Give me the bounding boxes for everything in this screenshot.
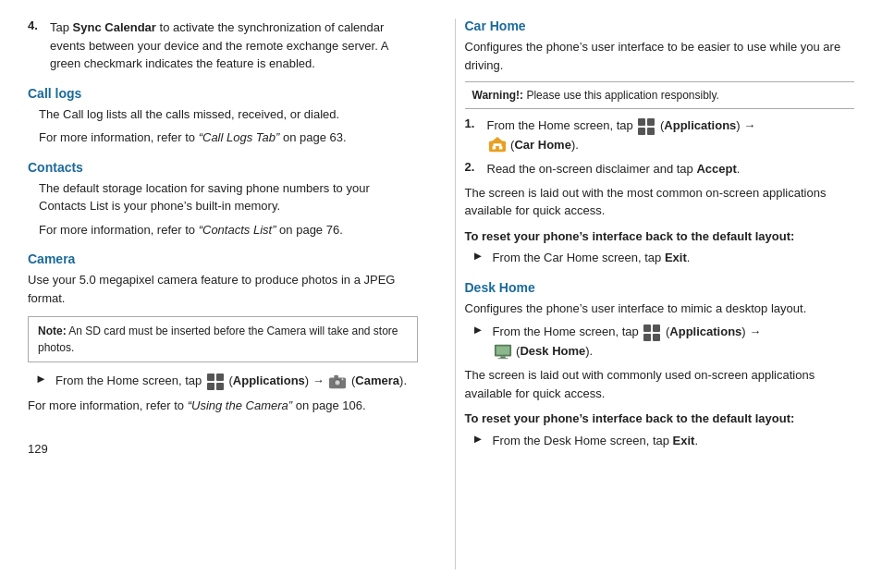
call-logs-ref: “Call Logs Tab” xyxy=(199,130,280,144)
camera-title: Camera xyxy=(28,251,418,266)
call-logs-para1: The Call log lists all the calls missed,… xyxy=(39,105,418,124)
desk-home-bullet-arrow-icon: ► xyxy=(472,323,489,337)
desk-home-grid-icon xyxy=(643,324,661,342)
svg-rect-18 xyxy=(643,325,651,332)
contacts-ref: “Contacts List” xyxy=(199,223,276,237)
camera-ref: “Using the Camera” xyxy=(188,398,292,412)
svg-rect-7 xyxy=(335,374,339,378)
svg-rect-12 xyxy=(647,128,655,135)
camera-app-icon xyxy=(328,373,347,391)
accept-label: Accept xyxy=(696,162,736,176)
car-home-step2-num: 2. xyxy=(465,160,484,174)
car-home-step1-content: From the Home screen, tap (Applications)… xyxy=(487,116,855,154)
desk-home-exit-arrow-icon: ► xyxy=(472,432,489,446)
page-container: 4. Tap Sync Calendar to activate the syn… xyxy=(0,0,882,588)
svg-rect-21 xyxy=(653,334,660,341)
svg-rect-24 xyxy=(500,357,505,359)
call-logs-title: Call logs xyxy=(28,86,418,101)
camera-more-info: For more information, refer to “Using th… xyxy=(28,397,418,415)
bullet-arrow-icon: ► xyxy=(35,372,52,386)
desk-home-label: Desk Home xyxy=(520,344,585,358)
applications-grid-icon xyxy=(206,373,225,391)
step-4-content: Tap Sync Calendar to activate the synchr… xyxy=(50,18,418,73)
left-column: 4. Tap Sync Calendar to activate the syn… xyxy=(28,18,427,570)
desk-home-bullet-content: From the Desk Home screen, tap Exit. xyxy=(493,432,855,450)
car-home-instruction: To reset your phone’s interface back to … xyxy=(465,227,855,246)
desk-home-app-label: Applications xyxy=(669,325,741,338)
desk-home-exit-label: Exit xyxy=(673,434,695,447)
svg-rect-3 xyxy=(216,383,224,390)
warning-label: Warning!: xyxy=(472,89,524,102)
car-home-bullet-content: From the Car Home screen, tap Exit. xyxy=(493,249,855,267)
car-home-para2: The screen is laid out with the most com… xyxy=(465,184,855,220)
svg-rect-23 xyxy=(496,347,509,355)
desk-home-step-content: From the Home screen, tap (Applications)… xyxy=(493,323,855,361)
applications-label: Applications xyxy=(233,374,305,387)
car-home-step1-num: 1. xyxy=(465,116,484,130)
svg-rect-17 xyxy=(493,143,501,146)
car-home-app-icon xyxy=(488,136,507,154)
camera-step-bullet: ► From the Home screen, tap (Application… xyxy=(35,372,418,391)
note-text: An SD card must be inserted before the C… xyxy=(38,325,398,354)
contacts-para1: The default storage location for saving … xyxy=(39,179,418,215)
svg-rect-16 xyxy=(498,146,502,150)
car-home-para1: Configures the phone’s user interface to… xyxy=(465,38,855,74)
svg-rect-10 xyxy=(647,118,655,126)
svg-rect-15 xyxy=(492,146,496,150)
car-home-step1-block: 1. From the Home screen, tap (Applicatio… xyxy=(465,116,855,154)
camera-para1: Use your 5.0 megapixel camera feature to… xyxy=(28,271,418,307)
right-column: Car Home Configures the phone’s user int… xyxy=(455,18,855,570)
svg-rect-9 xyxy=(638,118,645,126)
step-4-number: 4. xyxy=(28,18,46,32)
camera-note-box: Note: An SD card must be inserted before… xyxy=(28,316,418,362)
contacts-para2: For more information, refer to “Contacts… xyxy=(39,221,418,239)
desk-home-step-bullet: ► From the Home screen, tap (Application… xyxy=(472,323,855,361)
svg-marker-14 xyxy=(490,137,504,142)
svg-rect-20 xyxy=(643,334,651,341)
svg-rect-2 xyxy=(207,383,214,390)
note-label: Note: xyxy=(38,325,67,337)
desk-home-title: Desk Home xyxy=(465,280,855,295)
car-home-step2-block: 2. Read the on-screen disclaimer and tap… xyxy=(465,160,855,178)
desk-home-instruction: To reset your phone’s interface back to … xyxy=(465,410,855,428)
svg-rect-19 xyxy=(653,325,660,332)
desk-home-para2: The screen is laid out with commonly use… xyxy=(465,366,855,402)
car-home-grid-icon xyxy=(637,117,655,136)
svg-rect-1 xyxy=(216,374,224,381)
desk-home-app-icon xyxy=(494,342,512,361)
page-number: 129 xyxy=(28,442,418,456)
car-home-title: Car Home xyxy=(465,18,855,33)
desk-home-bullet: ► From the Desk Home screen, tap Exit. xyxy=(472,432,855,450)
svg-rect-0 xyxy=(207,374,214,381)
car-home-warning-box: Warning!: Please use this application re… xyxy=(465,81,855,109)
desk-home-para1: Configures the phone’s user interface to… xyxy=(465,300,855,318)
svg-point-8 xyxy=(342,378,344,380)
car-home-app-label: Applications xyxy=(664,118,736,132)
svg-rect-25 xyxy=(497,359,508,360)
car-home-label: Car Home xyxy=(514,138,570,152)
camera-step-content: From the Home screen, tap (Applications)… xyxy=(55,372,418,391)
car-home-bullet: ► From the Car Home screen, tap Exit. xyxy=(472,249,855,267)
call-logs-para2: For more information, refer to “Call Log… xyxy=(39,129,418,147)
car-home-step2-content: Read the on-screen disclaimer and tap Ac… xyxy=(487,160,855,178)
svg-point-6 xyxy=(337,381,340,385)
sync-calendar-label: Sync Calendar xyxy=(73,20,156,34)
warning-text: Please use this application responsibly. xyxy=(523,89,719,102)
camera-label: Camera xyxy=(355,374,399,387)
car-home-bullet-arrow-icon: ► xyxy=(472,249,489,263)
svg-rect-11 xyxy=(638,128,645,135)
contacts-title: Contacts xyxy=(28,160,418,175)
step-4-block: 4. Tap Sync Calendar to activate the syn… xyxy=(28,18,418,73)
car-home-exit-label: Exit xyxy=(665,251,687,264)
